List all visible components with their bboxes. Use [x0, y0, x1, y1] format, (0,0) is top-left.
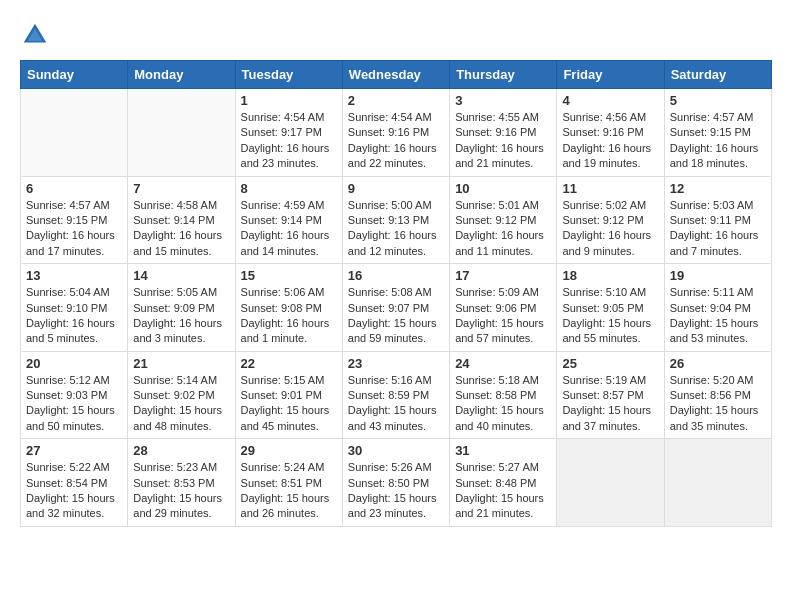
day-info-line: Sunset: 8:48 PM [455, 477, 536, 489]
day-number: 8 [241, 181, 337, 196]
day-info-line: and 11 minutes. [455, 245, 533, 257]
day-number: 14 [133, 268, 229, 283]
day-info: Sunrise: 5:09 AMSunset: 9:06 PMDaylight:… [455, 285, 551, 347]
day-number: 18 [562, 268, 658, 283]
calendar-cell: 18Sunrise: 5:10 AMSunset: 9:05 PMDayligh… [557, 264, 664, 352]
calendar-week-3: 13Sunrise: 5:04 AMSunset: 9:10 PMDayligh… [21, 264, 772, 352]
day-info: Sunrise: 5:12 AMSunset: 9:03 PMDaylight:… [26, 373, 122, 435]
day-info-line: Sunset: 9:12 PM [455, 214, 536, 226]
day-number: 20 [26, 356, 122, 371]
day-info-line: Sunset: 9:10 PM [26, 302, 107, 314]
day-number: 29 [241, 443, 337, 458]
day-info-line: Sunset: 8:57 PM [562, 389, 643, 401]
day-number: 11 [562, 181, 658, 196]
day-number: 1 [241, 93, 337, 108]
calendar-cell [128, 89, 235, 177]
day-info-line: Sunset: 9:12 PM [562, 214, 643, 226]
day-info-line: Daylight: 15 hours [670, 317, 759, 329]
day-info-line: Sunrise: 5:04 AM [26, 286, 110, 298]
day-info: Sunrise: 4:54 AMSunset: 9:17 PMDaylight:… [241, 110, 337, 172]
day-info-line: Sunset: 9:15 PM [670, 126, 751, 138]
day-info-line: Daylight: 15 hours [455, 317, 544, 329]
day-number: 3 [455, 93, 551, 108]
calendar-cell: 11Sunrise: 5:02 AMSunset: 9:12 PMDayligh… [557, 176, 664, 264]
day-info-line: Daylight: 15 hours [348, 317, 437, 329]
day-info-line: Daylight: 15 hours [348, 404, 437, 416]
day-info-line: and 14 minutes. [241, 245, 319, 257]
day-info-line: and 29 minutes. [133, 507, 211, 519]
calendar-cell: 13Sunrise: 5:04 AMSunset: 9:10 PMDayligh… [21, 264, 128, 352]
day-info-line: Sunset: 9:16 PM [455, 126, 536, 138]
day-info-line: Daylight: 16 hours [26, 229, 115, 241]
day-info-line: Daylight: 16 hours [133, 317, 222, 329]
day-info-line: Sunrise: 4:55 AM [455, 111, 539, 123]
day-info-line: Daylight: 16 hours [455, 142, 544, 154]
day-info-line: Sunrise: 5:03 AM [670, 199, 754, 211]
day-info-line: Sunrise: 5:11 AM [670, 286, 754, 298]
day-info-line: Sunset: 8:59 PM [348, 389, 429, 401]
day-number: 22 [241, 356, 337, 371]
calendar-cell: 2Sunrise: 4:54 AMSunset: 9:16 PMDaylight… [342, 89, 449, 177]
day-info-line: and 45 minutes. [241, 420, 319, 432]
calendar-cell: 8Sunrise: 4:59 AMSunset: 9:14 PMDaylight… [235, 176, 342, 264]
day-info: Sunrise: 5:26 AMSunset: 8:50 PMDaylight:… [348, 460, 444, 522]
day-info: Sunrise: 5:22 AMSunset: 8:54 PMDaylight:… [26, 460, 122, 522]
calendar-cell: 4Sunrise: 4:56 AMSunset: 9:16 PMDaylight… [557, 89, 664, 177]
day-number: 23 [348, 356, 444, 371]
day-info-line: Sunrise: 5:16 AM [348, 374, 432, 386]
day-info-line: Sunset: 8:58 PM [455, 389, 536, 401]
calendar-cell: 28Sunrise: 5:23 AMSunset: 8:53 PMDayligh… [128, 439, 235, 527]
day-info: Sunrise: 5:01 AMSunset: 9:12 PMDaylight:… [455, 198, 551, 260]
day-info-line: Sunset: 9:03 PM [26, 389, 107, 401]
day-info: Sunrise: 5:27 AMSunset: 8:48 PMDaylight:… [455, 460, 551, 522]
day-info-line: and 17 minutes. [26, 245, 104, 257]
day-info-line: Daylight: 15 hours [562, 317, 651, 329]
calendar-cell: 1Sunrise: 4:54 AMSunset: 9:17 PMDaylight… [235, 89, 342, 177]
day-info-line: Sunrise: 5:06 AM [241, 286, 325, 298]
day-info-line: Sunset: 9:08 PM [241, 302, 322, 314]
day-info-line: and 18 minutes. [670, 157, 748, 169]
calendar-table: SundayMondayTuesdayWednesdayThursdayFrid… [20, 60, 772, 527]
day-info-line: Daylight: 15 hours [26, 492, 115, 504]
day-info-line: Sunset: 9:07 PM [348, 302, 429, 314]
calendar-cell: 29Sunrise: 5:24 AMSunset: 8:51 PMDayligh… [235, 439, 342, 527]
day-header-saturday: Saturday [664, 61, 771, 89]
day-info-line: and 19 minutes. [562, 157, 640, 169]
day-info-line: Sunset: 9:16 PM [562, 126, 643, 138]
day-info-line: Daylight: 16 hours [241, 229, 330, 241]
day-info-line: and 50 minutes. [26, 420, 104, 432]
day-header-sunday: Sunday [21, 61, 128, 89]
day-info-line: Sunset: 9:06 PM [455, 302, 536, 314]
calendar-cell: 26Sunrise: 5:20 AMSunset: 8:56 PMDayligh… [664, 351, 771, 439]
calendar-cell: 21Sunrise: 5:14 AMSunset: 9:02 PMDayligh… [128, 351, 235, 439]
day-number: 10 [455, 181, 551, 196]
day-number: 13 [26, 268, 122, 283]
day-info-line: Sunrise: 4:57 AM [670, 111, 754, 123]
day-number: 7 [133, 181, 229, 196]
day-info: Sunrise: 4:57 AMSunset: 9:15 PMDaylight:… [670, 110, 766, 172]
calendar-cell: 3Sunrise: 4:55 AMSunset: 9:16 PMDaylight… [450, 89, 557, 177]
day-info-line: Sunrise: 4:57 AM [26, 199, 110, 211]
day-number: 5 [670, 93, 766, 108]
day-info-line: Sunrise: 5:09 AM [455, 286, 539, 298]
logo-icon [20, 20, 50, 50]
day-info-line: Sunrise: 5:08 AM [348, 286, 432, 298]
day-info: Sunrise: 5:24 AMSunset: 8:51 PMDaylight:… [241, 460, 337, 522]
day-header-friday: Friday [557, 61, 664, 89]
day-info-line: and 26 minutes. [241, 507, 319, 519]
day-info-line: and 55 minutes. [562, 332, 640, 344]
day-info: Sunrise: 5:19 AMSunset: 8:57 PMDaylight:… [562, 373, 658, 435]
day-info-line: Daylight: 15 hours [455, 404, 544, 416]
calendar-week-4: 20Sunrise: 5:12 AMSunset: 9:03 PMDayligh… [21, 351, 772, 439]
day-info-line: Sunrise: 5:20 AM [670, 374, 754, 386]
calendar-cell: 22Sunrise: 5:15 AMSunset: 9:01 PMDayligh… [235, 351, 342, 439]
calendar-cell: 23Sunrise: 5:16 AMSunset: 8:59 PMDayligh… [342, 351, 449, 439]
calendar-cell: 14Sunrise: 5:05 AMSunset: 9:09 PMDayligh… [128, 264, 235, 352]
day-number: 17 [455, 268, 551, 283]
day-info: Sunrise: 5:16 AMSunset: 8:59 PMDaylight:… [348, 373, 444, 435]
calendar-cell: 16Sunrise: 5:08 AMSunset: 9:07 PMDayligh… [342, 264, 449, 352]
day-info: Sunrise: 5:10 AMSunset: 9:05 PMDaylight:… [562, 285, 658, 347]
calendar-cell: 25Sunrise: 5:19 AMSunset: 8:57 PMDayligh… [557, 351, 664, 439]
day-info-line: and 15 minutes. [133, 245, 211, 257]
calendar-cell: 24Sunrise: 5:18 AMSunset: 8:58 PMDayligh… [450, 351, 557, 439]
